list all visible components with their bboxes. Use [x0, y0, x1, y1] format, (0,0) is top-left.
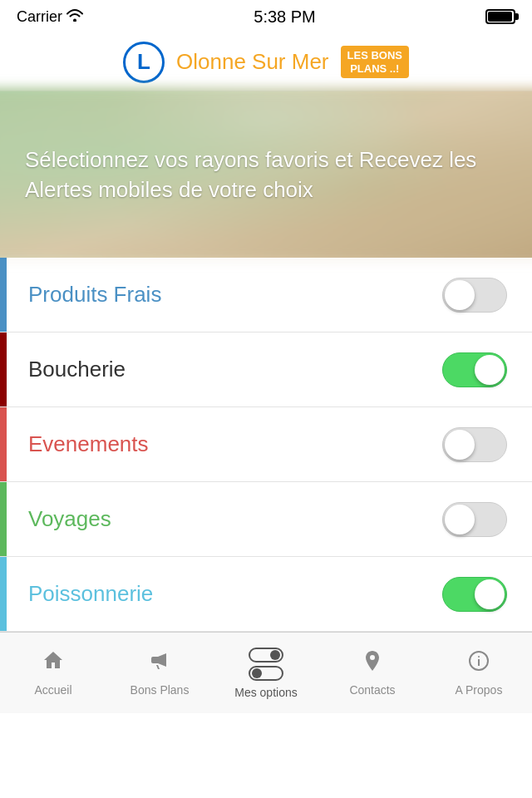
tab-label-contacts: Contacts	[349, 683, 395, 697]
bons-plans-badge[interactable]: LES BONS PLANS ..!	[341, 46, 409, 78]
option-label-evenements: Evenements	[28, 431, 149, 457]
option-row-produits-frais: Produits Frais	[0, 258, 532, 332]
status-bar: Carrier 5:38 PM	[0, 0, 532, 33]
tab-mes-options[interactable]: Mes options	[213, 633, 319, 713]
option-row-poissonnerie: Poissonnerie	[0, 557, 532, 632]
tab-icon-contacts	[362, 649, 383, 678]
tab-bons-plans[interactable]: Bons Plans	[106, 633, 213, 713]
toggle-produits-frais[interactable]	[442, 278, 507, 313]
option-accent	[0, 482, 7, 556]
option-row-evenements: Evenements	[0, 407, 532, 482]
option-accent	[0, 332, 7, 406]
toggle-evenements[interactable]	[442, 427, 507, 462]
tab-label-a-propos: A Propos	[456, 683, 503, 697]
option-label-produits-frais: Produits Frais	[28, 282, 161, 308]
time-label: 5:38 PM	[254, 7, 315, 27]
option-label-voyages: Voyages	[28, 506, 111, 532]
tab-label-bons-plans: Bons Plans	[131, 683, 190, 697]
battery-indicator	[485, 9, 515, 24]
option-accent	[0, 407, 7, 481]
svg-point-2	[478, 656, 480, 658]
options-list: Produits FraisBoucherieEvenementsVoyages…	[0, 258, 532, 632]
wifi-icon	[66, 8, 84, 25]
tab-a-propos[interactable]: A Propos	[426, 633, 532, 713]
option-accent	[0, 557, 7, 631]
tab-icon-mes-options	[249, 648, 283, 681]
tab-bar: AccueilBons Plans Mes optionsContactsA P…	[0, 632, 532, 713]
store-name: Olonne Sur Mer	[176, 49, 329, 75]
toggle-poissonnerie[interactable]	[442, 577, 507, 612]
tab-label-mes-options: Mes options	[234, 686, 297, 699]
tab-accueil[interactable]: Accueil	[0, 633, 106, 713]
tab-icon-bons-plans	[148, 649, 171, 678]
option-row-voyages: Voyages	[0, 482, 532, 557]
tab-icon-a-propos	[467, 649, 490, 678]
option-label-poissonnerie: Poissonnerie	[28, 581, 153, 607]
toggle-boucherie[interactable]	[442, 352, 507, 387]
app-logo: L	[123, 42, 165, 83]
option-accent	[0, 258, 7, 332]
toggle-voyages[interactable]	[442, 502, 507, 537]
hero-text: Sélectionnez vos rayons favoris et Recev…	[25, 145, 507, 205]
hero-section: Sélectionnez vos rayons favoris et Recev…	[0, 91, 532, 258]
option-row-boucherie: Boucherie	[0, 332, 532, 407]
app-header: L Olonne Sur Mer LES BONS PLANS ..!	[0, 33, 532, 91]
tab-icon-accueil	[42, 649, 65, 678]
carrier-label: Carrier	[17, 8, 62, 26]
option-label-boucherie: Boucherie	[28, 357, 126, 382]
tab-contacts[interactable]: Contacts	[319, 633, 426, 713]
tab-label-accueil: Accueil	[34, 683, 71, 697]
